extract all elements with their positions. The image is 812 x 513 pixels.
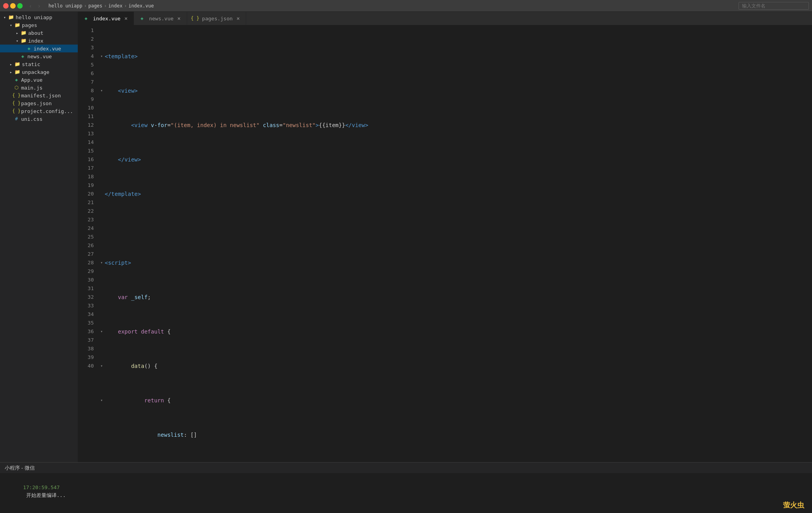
main-area: ▾ 📁 hello uniapp ▾ 📁 pages ▸ 📁 about ▾ 📁… — [0, 12, 812, 462]
sidebar-item-hello-uniapp[interactable]: ▾ 📁 hello uniapp — [0, 13, 78, 21]
breadcrumb: hello uniapp › pages › index › index.vue — [48, 3, 154, 9]
chevron-right-icon: ▸ — [8, 69, 14, 75]
nav-controls: ‹ › — [27, 2, 43, 10]
chevron-right-icon: ▸ — [14, 30, 20, 36]
tabs-bar: ◈ index.vue × ◈ news.vue × { } pages.jso… — [78, 12, 812, 25]
code-line: var _self; — [99, 293, 812, 301]
vue-file-icon: ◈ — [26, 45, 32, 52]
sidebar-item-uni-css[interactable]: # uni.css — [0, 115, 78, 123]
tab-close-button[interactable]: × — [235, 15, 241, 22]
line-numbers: 12345 678910 1112131415 1617181920 21222… — [78, 25, 98, 462]
sidebar-item-manifest-json[interactable]: { } manifest.json — [0, 91, 78, 99]
tree-item-label: unpackage — [22, 69, 49, 75]
sidebar-item-news-vue[interactable]: ◈ news.vue — [0, 52, 78, 60]
tab-news-vue[interactable]: ◈ news.vue × — [134, 12, 187, 25]
terminal-line: 17:20:59.859 DONE Build complete. Watchi… — [5, 507, 807, 513]
vue-file-icon: ◈ — [13, 77, 20, 83]
code-line: newslist: [] — [99, 430, 812, 439]
fold-icon[interactable]: ▾ — [99, 329, 104, 334]
fold-icon[interactable]: ▾ — [99, 54, 104, 59]
code-content[interactable]: ▾<template> ▾ <view> <view v-for="(item,… — [98, 25, 812, 462]
tree-item-label: news.vue — [27, 54, 52, 59]
file-search-input[interactable] — [739, 2, 809, 10]
window-controls — [3, 3, 23, 9]
tree-item-label: manifest.json — [21, 93, 61, 99]
json-file-icon: { } — [13, 100, 20, 106]
close-btn[interactable] — [3, 3, 9, 9]
sidebar-item-main-js[interactable]: ⬡ main.js — [0, 84, 78, 91]
tab-label: news.vue — [149, 16, 173, 22]
json-file-icon: { } — [13, 92, 20, 99]
vue-icon: ◈ — [83, 15, 89, 22]
json-icon: { } — [192, 15, 198, 22]
tree-item-label: main.js — [21, 85, 43, 91]
vue-icon: ◈ — [139, 15, 145, 22]
sidebar-item-pages-json[interactable]: { } pages.json — [0, 99, 78, 107]
breadcrumb-item: index — [108, 3, 122, 9]
brand-label: 萤火虫 — [783, 500, 804, 510]
back-button[interactable]: ‹ — [27, 2, 34, 10]
code-line: </view> — [99, 155, 812, 164]
tree-item-label: pages.json — [21, 100, 52, 106]
breadcrumb-item: pages — [88, 3, 102, 9]
tree-item-label: hello uniapp — [16, 14, 52, 20]
fold-icon[interactable]: ▾ — [99, 398, 104, 403]
tree-item-label: index.vue — [34, 46, 61, 52]
terminal-content[interactable]: 17:20:59.547 开始差量编译... 17:20:59.859 DONE… — [0, 474, 812, 513]
code-editor[interactable]: 12345 678910 1112131415 1617181920 21222… — [78, 25, 812, 462]
title-bar: ‹ › hello uniapp › pages › index › index… — [0, 0, 812, 12]
terminal-area: 小程序 - 微信 17:20:59.547 开始差量编译... 17:20:59… — [0, 462, 812, 513]
code-line: ▾<script> — [99, 258, 812, 267]
vue-file-icon: ◈ — [20, 53, 26, 59]
code-line: ▾ <view> — [99, 86, 812, 95]
chevron-right-icon: ▸ — [8, 61, 14, 67]
chevron-down-icon: ▾ — [8, 22, 14, 28]
folder-icon: 📁 — [14, 69, 20, 75]
tab-close-button[interactable]: × — [176, 15, 182, 22]
editor-area: ◈ index.vue × ◈ news.vue × { } pages.jso… — [78, 12, 812, 462]
fold-icon[interactable]: ▾ — [99, 364, 104, 368]
sidebar-item-app-vue[interactable]: ◈ App.vue — [0, 76, 78, 84]
code-line — [99, 224, 812, 233]
sidebar: ▾ 📁 hello uniapp ▾ 📁 pages ▸ 📁 about ▾ 📁… — [0, 12, 78, 462]
terminal-text: 开始差量编译... — [23, 492, 66, 498]
json-file-icon: { } — [13, 108, 20, 114]
tab-close-button[interactable]: × — [123, 15, 129, 22]
code-line: ▾ export default { — [99, 327, 812, 336]
terminal-header: 小程序 - 微信 — [0, 463, 812, 474]
tab-pages-json[interactable]: { } pages.json × — [187, 12, 246, 25]
minimize-btn[interactable] — [10, 3, 16, 9]
css-file-icon: # — [13, 116, 20, 122]
sidebar-item-about[interactable]: ▸ 📁 about — [0, 29, 78, 37]
file-tree: ▾ 📁 hello uniapp ▾ 📁 pages ▸ 📁 about ▾ 📁… — [0, 12, 78, 124]
tree-item-label: static — [22, 61, 40, 67]
code-line: ▾<template> — [99, 52, 812, 61]
sidebar-item-project-config[interactable]: { } project.config... — [0, 107, 78, 115]
terminal-title: 小程序 - 微信 — [5, 465, 35, 472]
tree-item-label: pages — [22, 22, 37, 28]
fold-icon[interactable]: ▾ — [99, 88, 104, 93]
folder-icon: 📁 — [20, 38, 27, 44]
folder-icon: 📁 — [20, 30, 27, 36]
sidebar-item-unpackage[interactable]: ▸ 📁 unpackage — [0, 68, 78, 76]
tab-index-vue[interactable]: ◈ index.vue × — [78, 12, 134, 25]
code-line: <view v-for="(item, index) in newslist" … — [99, 121, 812, 129]
fold-icon[interactable]: ▾ — [99, 260, 104, 265]
folder-icon: 📁 — [14, 22, 20, 28]
breadcrumb-item: index.vue — [129, 3, 154, 9]
breadcrumb-item: hello uniapp — [48, 3, 82, 9]
chevron-down-icon: ▾ — [2, 14, 8, 20]
tree-item-label: uni.css — [21, 116, 43, 122]
tree-item-label: project.config... — [21, 108, 73, 114]
tree-item-label: index — [28, 38, 43, 44]
forward-button[interactable]: › — [35, 2, 43, 10]
code-line: ▾ data() { — [99, 362, 812, 370]
folder-icon: 📁 — [14, 61, 20, 67]
sidebar-item-pages[interactable]: ▾ 📁 pages — [0, 21, 78, 29]
sidebar-item-index-folder[interactable]: ▾ 📁 index — [0, 37, 78, 45]
maximize-btn[interactable] — [17, 3, 23, 9]
sidebar-item-static[interactable]: ▸ 📁 static — [0, 60, 78, 68]
tree-item-label: about — [28, 30, 43, 36]
sidebar-item-index-vue[interactable]: ◈ index.vue — [0, 45, 78, 52]
tab-label: pages.json — [202, 16, 233, 22]
